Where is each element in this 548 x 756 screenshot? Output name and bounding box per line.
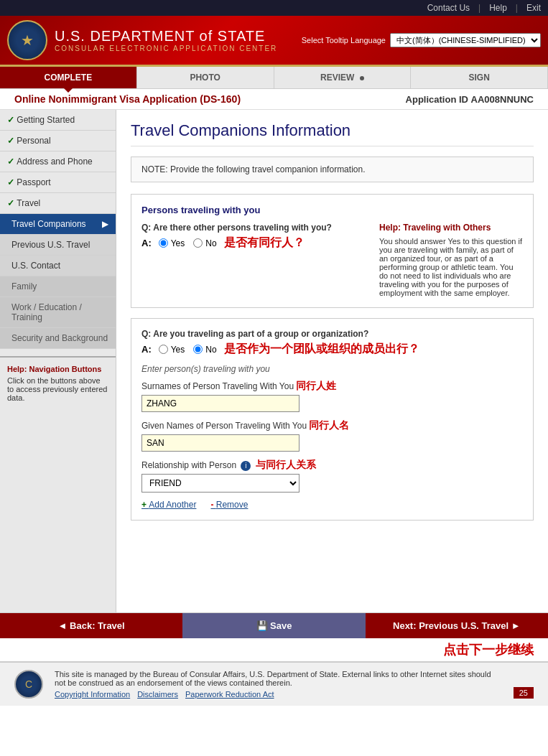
back-button[interactable]: ◄ Back: Travel [0,613,182,638]
q1-annotation: 是否有同行人？ [224,235,305,251]
language-selector-area: Select Tooltip Language 中文(简体）(CHINESE-S… [302,33,541,47]
main-layout: Getting Started Personal Address and Pho… [0,110,548,612]
tab-sign[interactable]: SIGN [411,67,548,88]
persons-right-col: Help: Traveling with Others You should a… [379,223,523,297]
q2-answer-row: A: Yes No 是否作为一个团队或组织的成员出行？ [141,342,523,357]
page-title: Travel Companions Information [131,121,534,146]
given-annotation: 同行人名 [309,419,349,431]
surname-input[interactable] [141,395,299,412]
q1-a-prefix: A: [141,238,152,248]
contact-us-link[interactable]: Contact Us [427,3,470,13]
footer-text: This site is managed by the Bureau of Co… [55,670,502,687]
main-content: Travel Companions Information NOTE: Prov… [116,110,548,612]
enter-persons-label: Enter person(s) traveling with you [141,364,523,374]
footer: C This site is managed by the Bureau of … [0,661,548,706]
surname-label: Surnames of Person Traveling With You 同行… [141,380,523,393]
app-id-bar: Online Nonimmigrant Visa Application (DS… [0,89,548,110]
person-action-links: Add Another Remove [141,500,523,510]
tab-review[interactable]: REVIEW [274,67,412,88]
relationship-select[interactable]: FRIEND SPOUSE CHILD PARENT SIBLING COLLE… [141,474,299,493]
logo-area: ★ U.S. DEPARTMENT of STATE CONSULAR ELEC… [7,20,277,60]
sidebar-item-family[interactable]: Family [0,276,116,297]
sidebar-help: Help: Navigation Buttons Click on the bu… [0,356,116,409]
sidebar-item-personal[interactable]: Personal [0,131,116,151]
note-text: NOTE: Provide the following travel compa… [141,164,365,174]
surname-annotation: 同行人姓 [296,380,336,391]
dept-title: U.S. DEPARTMENT of STATE [55,28,277,45]
dept-subtitle: CONSULAR ELECTRONIC APPLICATION CENTER [55,45,277,52]
given-name-input[interactable] [141,434,299,452]
q2-no-label[interactable]: No [193,345,216,355]
relationship-row: Relationship with Person i 与同行人关系 FRIEND… [141,459,523,493]
review-dot [360,76,364,80]
persons-left-col: Q: Are there other persons traveling wit… [141,223,365,297]
sidebar-item-work-education[interactable]: Work / Education / Training [0,297,116,328]
footer-content: This site is managed by the Bureau of Co… [55,670,502,699]
app-id-display: Application ID AA008NNUNC [406,94,534,105]
help-traveling-text: You should answer Yes to this question i… [379,237,523,297]
relationship-label: Relationship with Person i 与同行人关系 [141,459,523,472]
help-link[interactable]: Help [489,3,507,13]
tooltip-lang-label: Select Tooltip Language [302,36,386,45]
section-persons-with-you: Persons traveling with you Q: Are there … [131,194,534,308]
sidebar-item-passport[interactable]: Passport [0,172,116,193]
exit-link[interactable]: Exit [526,3,541,13]
sidebar-item-address-phone[interactable]: Address and Phone [0,151,116,172]
bottom-nav: ◄ Back: Travel 💾 Save Next: Previous U.S… [0,612,548,638]
footer-seal-icon: C [14,670,43,699]
tab-photo[interactable]: PHOTO [137,67,274,88]
q2-radio-group: Yes No [159,345,217,355]
sidebar-item-getting-started[interactable]: Getting Started [0,110,116,131]
language-select[interactable]: 中文(简体）(CHINESE-SIMPLIFIED) [390,33,541,47]
top-bar: Contact Us | Help | Exit [0,0,548,16]
relationship-annotation: 与同行人关系 [256,459,316,470]
q2-yes-label[interactable]: Yes [159,345,185,355]
sidebar: Getting Started Personal Address and Pho… [0,110,116,612]
surname-row: Surnames of Person Traveling With You 同行… [141,380,523,412]
paperwork-link[interactable]: Paperwork Reduction Act [185,690,274,699]
help-traveling-title: Help: Traveling with Others [379,223,523,233]
remove-link[interactable]: Remove [210,500,248,510]
nav-tabs: COMPLETE PHOTO REVIEW SIGN [0,67,548,89]
q2-a-prefix: A: [141,344,152,355]
chevron-right-icon: ▶ [102,219,108,229]
person-entry-form: Surnames of Person Traveling With You 同行… [141,380,523,510]
disclaimers-link[interactable]: Disclaimers [137,690,178,699]
sidebar-help-title: Help: Navigation Buttons [7,365,108,373]
note-box: NOTE: Provide the following travel compa… [131,157,534,182]
sidebar-help-text: Click on the buttons above to access pre… [7,376,108,402]
site-header: ★ U.S. DEPARTMENT of STATE CONSULAR ELEC… [0,16,548,67]
q1-answer-row: A: Yes No 是否有同 [141,235,365,251]
q2-label: Q: Are you traveling as part of a group … [141,329,523,339]
q2-no-radio[interactable] [193,345,203,354]
save-button[interactable]: 💾 Save [182,613,365,638]
add-another-link[interactable]: Add Another [141,500,196,510]
given-name-row: Given Names of Person Traveling With You… [141,419,523,452]
q1-radio-group: Yes No [159,238,217,248]
q2-annotation: 是否作为一个团队或组织的成员出行？ [224,342,419,357]
tab-complete[interactable]: COMPLETE [0,67,137,88]
relationship-info-icon[interactable]: i [241,461,251,471]
given-name-label: Given Names of Person Traveling With You… [141,419,523,432]
app-id-value: AA008NNUNC [471,94,534,105]
sidebar-item-travel-companions[interactable]: Travel Companions ▶ [0,214,116,235]
q1-no-radio[interactable] [193,238,203,248]
page-number: 25 [514,687,534,699]
sidebar-item-us-contact[interactable]: U.S. Contact [0,256,116,276]
next-button[interactable]: Next: Previous U.S. Travel ► [366,613,548,638]
section-group-persons: Q: Are you traveling as part of a group … [131,318,534,521]
sidebar-item-travel[interactable]: Travel [0,193,116,214]
footer-links: Copyright Information Disclaimers Paperw… [55,690,502,699]
persons-two-col: Q: Are there other persons traveling wit… [141,223,523,297]
q2-yes-radio[interactable] [159,345,168,354]
sidebar-item-previous-us-travel[interactable]: Previous U.S. Travel [0,235,116,256]
q1-no-label[interactable]: No [193,238,216,248]
seal-icon: ★ [7,20,47,60]
q1-yes-label[interactable]: Yes [159,238,185,248]
sidebar-item-security-background[interactable]: Security and Background [0,328,116,349]
q1-yes-radio[interactable] [159,238,168,248]
next-annotation: 点击下一步继续 [0,638,548,661]
section-persons-header: Persons traveling with you [141,205,523,215]
q1-label: Q: Are there other persons traveling wit… [141,223,365,233]
copyright-link[interactable]: Copyright Information [55,690,130,699]
